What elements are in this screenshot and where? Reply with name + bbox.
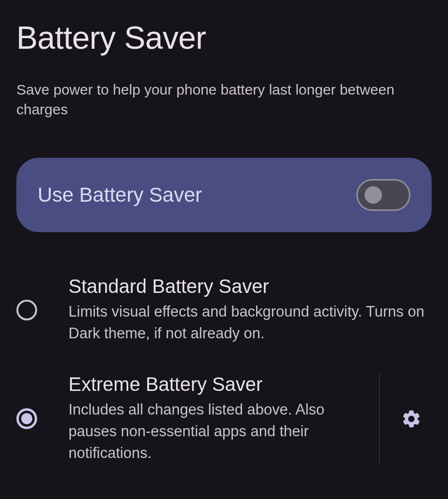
- use-battery-saver-card[interactable]: Use Battery Saver: [16, 158, 432, 232]
- option-standard-title: Standard Battery Saver: [68, 276, 432, 297]
- radio-wrap: [16, 300, 68, 320]
- radio-wrap: [16, 408, 68, 429]
- extreme-settings-button[interactable]: [401, 408, 432, 430]
- option-extreme[interactable]: Extreme Battery Saver Includes all chang…: [0, 359, 448, 479]
- use-battery-saver-switch[interactable]: [356, 179, 410, 211]
- mode-options: Standard Battery Saver Limits visual eff…: [0, 261, 448, 479]
- page-subtitle: Save power to help your phone battery la…: [0, 70, 448, 119]
- option-text: Extreme Battery Saver Includes all chang…: [68, 374, 369, 464]
- page-title: Battery Saver: [0, 0, 448, 70]
- option-standard-desc: Limits visual effects and background act…: [68, 301, 432, 345]
- radio-extreme[interactable]: [16, 408, 37, 429]
- option-extreme-desc: Includes all changes listed above. Also …: [68, 399, 369, 464]
- option-extreme-trailing: [379, 374, 432, 464]
- radio-inner: [21, 413, 32, 424]
- option-text: Standard Battery Saver Limits visual eff…: [68, 276, 432, 345]
- option-extreme-title: Extreme Battery Saver: [68, 374, 369, 395]
- radio-standard[interactable]: [16, 300, 37, 320]
- use-battery-saver-label: Use Battery Saver: [38, 183, 202, 207]
- option-standard[interactable]: Standard Battery Saver Limits visual eff…: [0, 261, 448, 359]
- gear-icon: [401, 408, 422, 430]
- switch-thumb: [365, 186, 382, 204]
